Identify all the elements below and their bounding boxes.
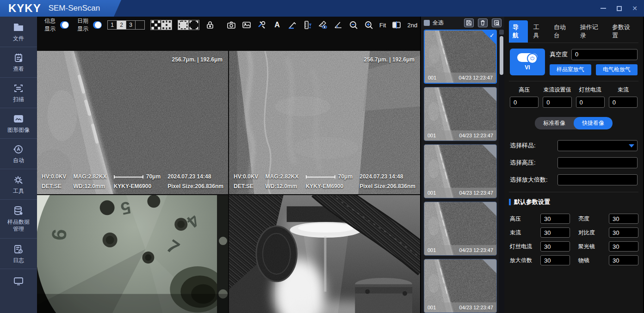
tab-参数设置[interactable]: 参数设置 [608, 20, 638, 43]
defaults-header: 默认参数设置 [509, 192, 638, 208]
measure-line-icon[interactable] [288, 20, 297, 30]
fit-button[interactable]: Fit [379, 22, 386, 29]
quick-select-input[interactable] [557, 140, 638, 151]
view-count-button[interactable]: 1 [107, 20, 117, 30]
zoom-in-icon[interactable] [364, 20, 373, 30]
thumbnail-label-bar: 001 04/23 12:23:47 [424, 245, 496, 255]
thumbnail-label-bar: 001 04/23 12:23:47 [424, 130, 496, 141]
thumbnail-timestamp: 04/23 12:23:47 [459, 190, 493, 196]
default-parameter-input[interactable] [609, 214, 638, 224]
vent-gun-button[interactable]: 电气枪放气 [596, 64, 638, 75]
chevron-down-icon[interactable] [629, 144, 634, 147]
sidebar-item-icon [13, 174, 24, 185]
measure-label-icon[interactable] [303, 20, 312, 30]
thumbnail-id: 001 [427, 133, 436, 138]
default-parameter-input[interactable] [609, 227, 638, 238]
multi-point-icon[interactable] [150, 20, 161, 30]
display-toggle: 信息显示 [44, 17, 69, 33]
second-display-button[interactable]: 2nd [407, 22, 417, 29]
tab-工具[interactable]: 工具 [530, 20, 549, 43]
toggle-switch[interactable] [60, 21, 69, 29]
measure-visibility-icon[interactable] [318, 20, 328, 30]
vent-chamber-button[interactable]: 样品室放气 [550, 64, 591, 75]
lock-icon[interactable] [205, 20, 215, 30]
preview-image-button[interactable] [492, 18, 502, 27]
beam-parameter-input[interactable] [609, 97, 638, 108]
refresh-region-icon[interactable] [178, 20, 189, 30]
beam-parameter-input[interactable] [576, 97, 605, 108]
camera-icon[interactable] [227, 20, 236, 30]
sidebar: 文件 查看 扫描 图形图像 自动 工具 样品数据管理 日志 [0, 17, 37, 313]
sidebar-item-日志[interactable]: 日志 [0, 239, 37, 269]
default-parameter-input[interactable] [609, 255, 638, 265]
beam-parameter-input[interactable] [510, 97, 539, 108]
thumbnail-item[interactable]: ✓ 001 04/23 12:23:47 [424, 202, 497, 256]
beam-parameter-input[interactable] [543, 97, 571, 108]
scale-bar [114, 175, 143, 178]
tab-导航[interactable]: 导航 [509, 20, 528, 43]
thumbnail-item[interactable]: ✓ 001 04/23 12:23:47 [424, 259, 497, 313]
sidebar-item-label: 日志 [13, 257, 24, 264]
default-parameter-input[interactable] [540, 214, 570, 224]
default-parameter-row: 放大倍数 [510, 255, 570, 265]
quick-select-input[interactable] [557, 174, 638, 185]
sidebar-item-icon [13, 205, 24, 216]
tab-操作记录[interactable]: 操作记录 [576, 20, 607, 43]
quick-select-input[interactable] [557, 157, 638, 168]
sidebar-item-文件[interactable]: 文件 [0, 17, 37, 47]
thumbnail-item[interactable]: ✓ 001 04/23 12:23:47 [424, 87, 497, 141]
close-button[interactable]: ✕ [630, 4, 639, 13]
view-count-button[interactable]: 2 [117, 20, 126, 30]
select-all-checkbox[interactable] [424, 20, 430, 26]
thumbnail-scrollbar[interactable] [499, 29, 504, 313]
sidebar-item-icon [13, 244, 24, 255]
export-image-icon[interactable] [242, 20, 251, 30]
default-parameter-row: 聚光镜 [578, 241, 638, 252]
stage-camera-pane[interactable] [37, 195, 228, 313]
sidebar-item-图形图像[interactable]: 图形图像 [0, 108, 37, 139]
default-parameter-input[interactable] [540, 227, 570, 238]
sidebar-item-自动[interactable]: 自动 [0, 139, 37, 169]
display-toggle: 日期显示 [77, 17, 102, 33]
default-parameter-label: 高压 [510, 215, 537, 223]
scrollbar-thumb[interactable] [500, 36, 503, 75]
chamber-camera-pane[interactable] [229, 195, 420, 313]
default-parameter-input[interactable] [609, 241, 638, 252]
compare-view-icon[interactable] [392, 20, 401, 30]
right-panel-tabs: 导航工具自动台操作记录参数设置 [509, 20, 638, 43]
grid-pattern-icon[interactable] [161, 20, 172, 30]
sem-image-pane-1[interactable]: 256.7μm. | 192.6μm HV:0.0KVDET:SE MAG:2.… [37, 51, 228, 194]
scrollbar-top-button[interactable] [499, 30, 504, 35]
save-image-button[interactable] [464, 18, 474, 27]
thumbnail-item[interactable]: ✓ 001 04/23 12:23:47 [424, 144, 497, 198]
angle-measure-icon[interactable] [334, 20, 343, 30]
view-count-button[interactable]: 3 [126, 20, 136, 30]
imaging-mode-option[interactable]: 标准看像 [535, 117, 574, 129]
imaging-mode-option[interactable]: 快捷看像 [574, 117, 613, 129]
maximize-button[interactable] [614, 4, 624, 13]
toggle-switch[interactable] [93, 21, 102, 29]
sidebar-item-extra[interactable] [0, 269, 37, 313]
beam-parameter-label: 灯丝电流 [579, 86, 601, 94]
sidebar-item-样品数据管理[interactable]: 样品数据管理 [0, 200, 37, 239]
thumbnail-label-bar: 001 04/23 12:23:47 [424, 302, 496, 313]
thumbnail-item[interactable]: ✓ 001 04/23 12:23:47 [424, 30, 497, 84]
text-annotation-icon[interactable]: A [272, 20, 282, 30]
beam-parameter-label: 高压 [519, 86, 530, 94]
sidebar-item-查看[interactable]: 查看 [0, 47, 37, 78]
tab-自动台[interactable]: 自动台 [550, 20, 575, 43]
vi-toggle-button[interactable]: VI [510, 49, 545, 75]
adjust-tools-icon[interactable] [257, 20, 266, 30]
sem-image-pane-2[interactable]: 256.7μm. | 192.6μm HV:0.0KVDET:SE MAG:2.… [229, 51, 420, 194]
sidebar-item-工具[interactable]: 工具 [0, 169, 37, 200]
default-parameter-input[interactable] [540, 255, 570, 265]
zoom-out-icon[interactable] [349, 20, 358, 30]
sidebar-item-扫描[interactable]: 扫描 [0, 78, 37, 108]
vacuum-gauge-input[interactable] [571, 49, 638, 60]
region-box-icon[interactable] [188, 20, 199, 30]
view-count-button[interactable] [135, 20, 145, 30]
minimize-button[interactable] [599, 4, 608, 13]
default-parameter-input[interactable] [540, 241, 570, 252]
delete-image-button[interactable] [478, 18, 488, 27]
default-parameter-label: 放大倍数 [510, 257, 537, 264]
